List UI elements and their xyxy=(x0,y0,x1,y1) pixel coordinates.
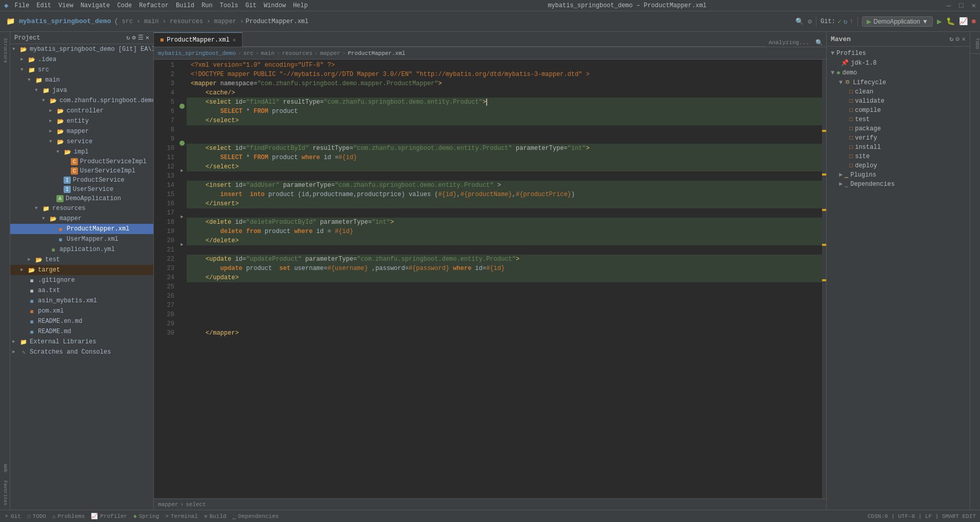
sidebar-item-impl[interactable]: ▼ 📂 impl xyxy=(10,147,153,157)
sidebar-item-src[interactable]: ▼ 📁 src xyxy=(10,65,153,75)
maven-demo[interactable]: ▼ ◆ demo xyxy=(827,68,970,78)
sidebar-item-user-service[interactable]: I UserService xyxy=(10,185,153,194)
status-problems-btn[interactable]: ⚠ Problems xyxy=(52,513,85,519)
maven-deploy[interactable]: □ deploy xyxy=(827,161,970,170)
sidebar-item-entity[interactable]: ► 📂 entity xyxy=(10,116,153,126)
maven-validate[interactable]: □ validate xyxy=(827,96,970,106)
sidebar-item-product-service[interactable]: I ProductService xyxy=(10,176,153,185)
sidebar-item-java[interactable]: ▼ 📁 java xyxy=(10,85,153,95)
breadcrumb-project[interactable]: mybatis_springboot_demo xyxy=(158,50,236,56)
sidebar-item-test[interactable]: ► 📂 test xyxy=(10,255,153,265)
maven-dependencies[interactable]: ► ⎯ Dependencies xyxy=(827,180,970,189)
menu-view[interactable]: View xyxy=(58,2,73,9)
status-spring-btn[interactable]: ◆ Spring xyxy=(133,513,159,519)
sidebar-item-product-service-impl[interactable]: C ProductServiceImpl xyxy=(10,157,153,166)
sidebar-refresh-icon[interactable]: ↻ xyxy=(126,34,130,42)
breadcrumb-src[interactable]: src xyxy=(243,50,253,56)
tab-product-mapper[interactable]: ◼ ProductMapper.xml ✕ xyxy=(154,32,243,47)
git-update-btn[interactable]: ↻ xyxy=(844,17,848,26)
structure-tab[interactable]: Structure xyxy=(2,34,9,67)
sidebar-item-target[interactable]: ► 📂 target xyxy=(10,265,153,275)
menu-navigate[interactable]: Navigate xyxy=(81,2,110,9)
sidebar-item-txt[interactable]: ◼ aa.txt xyxy=(10,285,153,296)
menu-tools[interactable]: Tools xyxy=(220,2,238,9)
sidebar-item-product-mapper[interactable]: ◼ ProductMapper.xml xyxy=(10,224,153,234)
status-terminal-btn[interactable]: > Terminal xyxy=(165,513,197,519)
side-tab-todo[interactable]: TODO xyxy=(970,34,981,54)
gutter-dot-10[interactable] xyxy=(179,141,185,146)
close-button[interactable]: ✕ xyxy=(972,1,976,10)
sidebar-item-readme[interactable]: ◼ README.md xyxy=(10,326,153,337)
run-btn[interactable]: ▶ xyxy=(937,16,942,27)
sidebar-close-icon[interactable]: ✕ xyxy=(146,34,149,42)
breadcrumb-mapper[interactable]: mapper xyxy=(320,50,341,56)
menu-window[interactable]: Window xyxy=(264,2,286,9)
git-push-btn[interactable]: ↑ xyxy=(850,17,854,25)
bottom-breadcrumb-mapper[interactable]: mapper xyxy=(158,501,178,508)
stop-btn[interactable]: ■ xyxy=(972,17,976,26)
sidebar-item-service[interactable]: ▼ 📂 service xyxy=(10,137,153,147)
sidebar-item-idea[interactable]: ► 📂 .idea xyxy=(10,54,153,65)
status-git-btn[interactable]: ⚬ Git xyxy=(4,513,21,519)
sidebar-item-main[interactable]: ▼ 📁 main xyxy=(10,75,153,85)
bottom-breadcrumb-select[interactable]: select xyxy=(186,501,206,508)
breadcrumb-main[interactable]: main xyxy=(261,50,274,56)
scroll-indicator[interactable] xyxy=(822,60,826,498)
menu-run[interactable]: Run xyxy=(202,2,213,9)
search-everywhere-btn[interactable]: 🔍 xyxy=(795,17,804,26)
project-name[interactable]: mybatis_springboot_demo xyxy=(19,17,111,25)
settings-btn[interactable]: ⚙ xyxy=(808,17,812,26)
maven-jdk18[interactable]: 📌 jdk-1.8 xyxy=(827,58,970,68)
status-dependencies-btn[interactable]: ⎯ Dependencies xyxy=(232,513,278,519)
git-check-btn[interactable]: ✓ xyxy=(837,17,842,26)
maven-test[interactable]: □ test xyxy=(827,115,970,124)
maven-close-icon[interactable]: ✕ xyxy=(962,35,966,43)
maven-lifecycle[interactable]: ▼ ⛭ Lifecycle xyxy=(827,78,970,87)
maven-refresh-icon[interactable]: ↻ xyxy=(950,35,954,43)
sidebar-item-resources[interactable]: ▼ 📁 resources xyxy=(10,203,153,214)
favorites-tab[interactable]: Favorites xyxy=(2,476,9,510)
sidebar-item-mapper-folder[interactable]: ▼ 📂 mapper xyxy=(10,214,153,224)
sidebar-item-application-yml[interactable]: ◼ application.yml xyxy=(10,244,153,255)
sidebar-collapse-icon[interactable]: ☰ xyxy=(138,34,144,42)
menu-build[interactable]: Build xyxy=(176,2,194,9)
menu-file[interactable]: File xyxy=(14,2,29,9)
maven-settings-icon[interactable]: ⚙ xyxy=(955,35,959,43)
run-config-btn[interactable]: ▶ DemoApplication ▼ xyxy=(862,16,933,27)
sidebar-item-user-mapper[interactable]: ◼ UserMapper.xml xyxy=(10,234,153,244)
profile-btn[interactable]: 📈 xyxy=(959,17,968,26)
maven-compile[interactable]: □ compile xyxy=(827,106,970,115)
maximize-button[interactable]: □ xyxy=(959,2,963,10)
tab-close-icon[interactable]: ✕ xyxy=(233,37,236,43)
sidebar-item-pom[interactable]: ◼ pom.xml xyxy=(10,306,153,316)
maven-clean[interactable]: □ clean xyxy=(827,87,970,96)
sidebar-item-demo-app[interactable]: A DemoApplication xyxy=(10,194,153,203)
sidebar-item-readme-en[interactable]: ◼ README.en.md xyxy=(10,316,153,326)
status-todo-btn[interactable]: ☐ TODO xyxy=(27,513,46,519)
sidebar-item-user-service-impl[interactable]: C UserServiceImpl xyxy=(10,166,153,176)
menu-help[interactable]: Help xyxy=(293,2,308,9)
maven-plugins[interactable]: ► ⎯ Plugins xyxy=(827,170,970,180)
code-editor[interactable]: <?xml version="1.0" encoding="UTF-8" ?> … xyxy=(187,60,822,498)
maven-verify[interactable]: □ verify xyxy=(827,133,970,143)
breadcrumb-resources[interactable]: resources xyxy=(282,50,312,56)
debug-btn[interactable]: 🐛 xyxy=(946,17,955,26)
sidebar-settings-icon[interactable]: ⚙ xyxy=(132,34,136,42)
maven-package[interactable]: □ package xyxy=(827,124,970,133)
sidebar-item-external-libs[interactable]: ► 📁 External Libraries xyxy=(10,337,153,347)
maven-profiles[interactable]: ▼ Profiles xyxy=(827,49,970,58)
status-profiler-btn[interactable]: 📈 Profiler xyxy=(91,513,127,519)
sidebar-item-controller[interactable]: ► 📂 controller xyxy=(10,106,153,116)
sidebar-item-project-root[interactable]: ▼ 📂 mybatis_springboot_demo [Git] EA\Ide… xyxy=(10,44,153,54)
menu-edit[interactable]: Edit xyxy=(36,2,51,9)
maven-install[interactable]: □ install xyxy=(827,143,970,152)
web-tab[interactable]: Web xyxy=(2,460,9,476)
minimize-button[interactable]: — xyxy=(947,2,951,10)
sidebar-item-package[interactable]: ▼ 📂 com.zhanfu.springboot.demo xyxy=(10,95,153,106)
sidebar-item-gitignore[interactable]: ◼ .gitignore xyxy=(10,275,153,285)
sidebar-item-scratches[interactable]: ► ✎ Scratches and Consoles xyxy=(10,347,153,357)
toolbar-back-btn[interactable]: 〈 xyxy=(113,16,119,27)
sidebar-item-mapper-pkg[interactable]: ► 📂 mapper xyxy=(10,126,153,137)
menu-refactor[interactable]: Refactor xyxy=(139,2,169,9)
menu-git[interactable]: Git xyxy=(246,2,257,9)
